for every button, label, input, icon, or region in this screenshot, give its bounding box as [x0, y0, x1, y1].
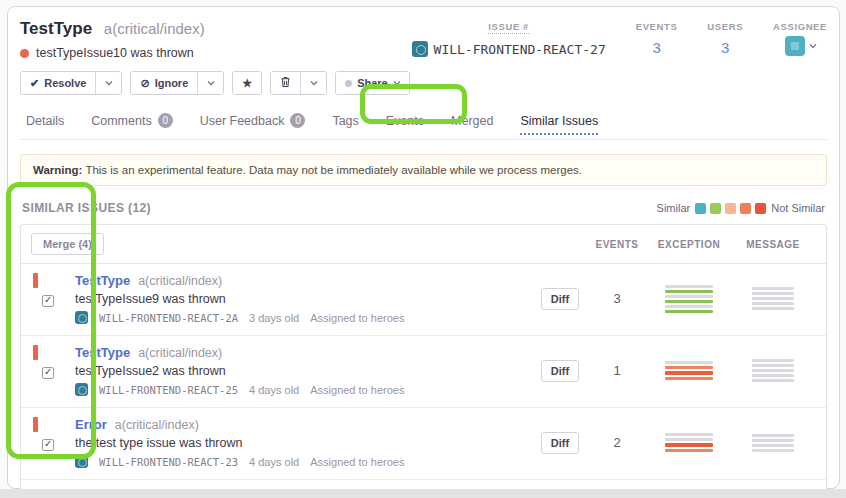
chevron-down-icon: [105, 80, 112, 87]
tab-label: Similar Issues: [520, 114, 598, 128]
row-accent-bar: [33, 345, 38, 360]
tab-label: Details: [26, 114, 64, 128]
share-button-group: Share: [335, 71, 410, 95]
stat-users-label: USERS: [707, 21, 743, 32]
row-culprit: a(critical/index): [138, 346, 222, 360]
issue-title: TestType: [20, 19, 92, 38]
issue-message: testTypeIssue10 was thrown: [36, 46, 194, 60]
assignee-avatar: [785, 36, 805, 56]
platform-icon: [75, 455, 88, 468]
platform-icon: [75, 383, 88, 396]
issue-title-line: TestType a(critical/index): [20, 19, 205, 39]
share-status-dot-icon: [345, 80, 352, 87]
issue-header: TestType a(critical/index) testTypeIssue…: [20, 19, 827, 60]
tab-details[interactable]: Details: [26, 107, 64, 139]
issue-stats: ISSUE # WILL-FRONTEND-REACT-27 EVENTS 3 …: [412, 21, 827, 57]
message-similarity-viz: [752, 432, 794, 454]
issue-short-id: WILL-FRONTEND-REACT-27: [434, 42, 606, 57]
exception-similarity-viz: [665, 431, 713, 454]
row-meta: WILL-FRONTEND-REACT-2A 3 days old Assign…: [75, 311, 534, 324]
row-culprit: a(critical/index): [138, 274, 222, 288]
tab-events[interactable]: Events: [386, 107, 424, 139]
bookmark-button[interactable]: ★: [233, 72, 261, 94]
tab-badge: 0: [158, 113, 173, 128]
row-age: 3 days old: [249, 312, 299, 324]
tab-label: Tags: [332, 114, 358, 128]
tab-label: Merged: [451, 114, 493, 128]
row-age: 4 days old: [249, 384, 299, 396]
issue-culprit: a(critical/index): [104, 20, 205, 37]
row-assigned: Assigned to heroes: [310, 456, 404, 468]
resolve-button-label: Resolve: [44, 77, 86, 89]
row-short-id: WILL-FRONTEND-REACT-23: [99, 456, 238, 468]
warning-text: This is an experimental feature. Data ma…: [82, 164, 582, 176]
legend-swatch-icon: [695, 203, 706, 214]
stat-events-value[interactable]: 3: [652, 39, 660, 56]
row-info: TestType a(critical/index) testTypeIssue…: [75, 345, 534, 396]
ignore-button[interactable]: ⊘ Ignore: [131, 72, 197, 94]
row-issue-title-link[interactable]: Error: [75, 417, 107, 432]
tab-badge: 0: [290, 113, 305, 128]
resolve-button[interactable]: ✔ Resolve: [21, 72, 95, 94]
stat-issue-number: ISSUE # WILL-FRONTEND-REACT-27: [412, 21, 606, 57]
issue-subtitle: testTypeIssue10 was thrown: [20, 46, 205, 60]
experimental-warning-banner: Warning: This is an experimental feature…: [20, 154, 827, 186]
chevron-down-icon: [809, 43, 816, 50]
row-info: Error a(critical/index) the test type is…: [75, 417, 534, 468]
column-header-message: MESSAGE: [730, 239, 816, 250]
row-issue-title-link[interactable]: TestType: [75, 345, 130, 360]
tab-merged[interactable]: Merged: [451, 107, 493, 139]
tab-user-feedback[interactable]: User Feedback0: [200, 107, 306, 139]
chevron-down-icon: [393, 80, 400, 87]
stat-assignee-label: ASSIGNEE: [773, 21, 827, 32]
row-events-count: 1: [613, 363, 620, 378]
chevron-down-icon: [207, 80, 214, 87]
similar-issue-row: TestType a(critical/index) testTypeIssue…: [21, 264, 826, 336]
panel-toolbar: Merge (4) EVENTS EXCEPTION MESSAGE: [21, 225, 826, 264]
row-info: TestType a(critical/index) testTypeIssue…: [75, 273, 534, 324]
tab-tags[interactable]: Tags: [332, 107, 358, 139]
resolve-dropdown-button[interactable]: [95, 72, 121, 94]
ignore-button-label: Ignore: [155, 77, 189, 89]
action-bar: ✔ Resolve ⊘ Ignore ★: [20, 71, 827, 95]
stat-assignee: ASSIGNEE: [773, 21, 827, 57]
row-issue-title-link[interactable]: TestType: [75, 273, 130, 288]
row-assigned: Assigned to heroes: [310, 384, 404, 396]
row-checkbox[interactable]: [42, 367, 54, 379]
row-select-area: [31, 345, 75, 379]
column-header-exception: EXCEPTION: [648, 239, 730, 250]
legend-swatch-icon: [740, 203, 751, 214]
merge-button[interactable]: Merge (4): [31, 233, 104, 255]
assignee-selector[interactable]: [785, 36, 816, 56]
issue-detail-card: TestType a(critical/index) testTypeIssue…: [7, 6, 840, 489]
similar-issue-row: Error a(critical/index) the test type is…: [21, 408, 826, 480]
row-meta: WILL-FRONTEND-REACT-25 4 days old Assign…: [75, 383, 534, 396]
row-checkbox[interactable]: [42, 439, 54, 451]
diff-button[interactable]: Diff: [541, 360, 579, 382]
column-header-events: EVENTS: [586, 239, 648, 250]
tab-comments[interactable]: Comments0: [91, 107, 172, 139]
diff-button[interactable]: Diff: [541, 432, 579, 454]
stat-users: USERS 3: [707, 21, 743, 57]
bottom-background-strip: [0, 489, 846, 498]
warning-bold-text: Warning:: [33, 164, 82, 176]
legend-similar-label: Similar: [657, 202, 691, 214]
diff-button[interactable]: Diff: [541, 288, 579, 310]
stat-users-value[interactable]: 3: [721, 39, 729, 56]
check-icon: ✔: [30, 78, 39, 89]
ignore-dropdown-button[interactable]: [197, 72, 223, 94]
tab-label: Comments: [91, 114, 151, 128]
row-events-count: 3: [613, 291, 620, 306]
row-checkbox[interactable]: [42, 295, 54, 307]
stat-issue-value[interactable]: WILL-FRONTEND-REACT-27: [412, 41, 606, 57]
tab-label: User Feedback: [200, 114, 285, 128]
row-select-area: [31, 273, 75, 307]
exception-similarity-viz: [665, 359, 713, 382]
delete-dropdown-button[interactable]: [300, 72, 326, 94]
share-button-label: Share: [357, 77, 388, 89]
delete-button[interactable]: [271, 72, 300, 94]
share-button[interactable]: Share: [336, 72, 409, 94]
stat-issue-label: ISSUE #: [488, 21, 529, 34]
platform-icon: [412, 41, 428, 57]
tab-similar-issues[interactable]: Similar Issues: [520, 107, 598, 135]
